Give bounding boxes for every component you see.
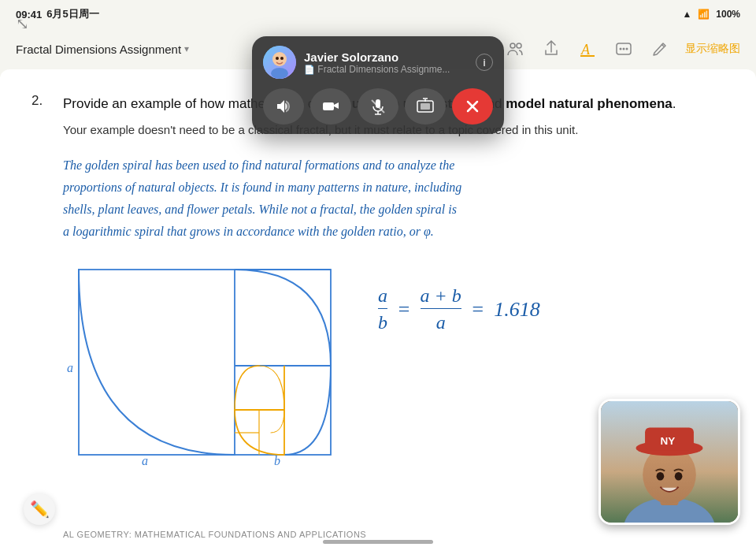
comment-icon[interactable] <box>613 38 635 60</box>
fraction-a-plus-b: a + b a <box>421 285 461 333</box>
svg-point-26 <box>657 472 665 481</box>
svg-point-1 <box>517 43 521 48</box>
status-date: 6月5日周一 <box>46 7 98 21</box>
wifi-icon: 📶 <box>698 9 710 20</box>
markup-icon[interactable]: A <box>576 38 598 60</box>
pencil-tool-button[interactable]: ✏️ <box>24 493 55 525</box>
svg-rect-8 <box>79 270 331 455</box>
screen-share-button[interactable] <box>405 88 446 125</box>
caller-info: Javier Solorzano 📄 Fractal Dimensions As… <box>304 50 468 75</box>
svg-point-27 <box>675 472 683 481</box>
edit-icon[interactable] <box>649 38 671 60</box>
fraction-a-b: a b <box>378 285 387 333</box>
caller-name: Javier Solorzano <box>304 50 468 64</box>
doc-title[interactable]: Fractal Dimensions Assignment ▾ <box>16 43 189 56</box>
golden-spiral-diagram: a a b <box>63 262 346 467</box>
contacts-icon[interactable] <box>504 38 526 60</box>
caller-doc: 📄 Fractal Dimensions Assignme... <box>304 64 468 75</box>
mute-button[interactable] <box>358 88 398 125</box>
svg-rect-39 <box>421 103 430 110</box>
svg-point-4 <box>620 48 622 50</box>
svg-point-31 <box>280 57 284 60</box>
self-cam-video[interactable]: NY <box>598 399 740 525</box>
svg-text:b: b <box>274 454 280 467</box>
signal-icon: ▲ <box>682 9 691 20</box>
handwritten-answer: The golden spiral has been used to find … <box>63 154 709 243</box>
svg-point-6 <box>626 48 628 50</box>
facetime-controls <box>263 88 493 125</box>
facetime-header: Javier Solorzano 📄 Fractal Dimensions As… <box>263 46 493 79</box>
battery-label: 100% <box>716 9 740 20</box>
camera-feed: NY <box>601 401 738 523</box>
svg-point-32 <box>271 68 288 79</box>
home-indicator <box>323 540 433 544</box>
caller-avatar <box>263 46 296 79</box>
svg-text:NY: NY <box>660 435 675 447</box>
end-call-button[interactable] <box>452 88 493 125</box>
toolbar-right: A 显示缩略图 <box>504 38 740 60</box>
svg-text:a: a <box>142 454 148 467</box>
chevron-down-icon: ▾ <box>184 43 189 54</box>
svg-point-5 <box>623 48 625 50</box>
svg-text:a: a <box>67 361 73 374</box>
svg-point-30 <box>276 57 279 60</box>
facetime-info-button[interactable]: i <box>476 54 493 71</box>
facetime-overlay: Javier Solorzano 📄 Fractal Dimensions As… <box>252 36 504 134</box>
math-formula: a b = a + b a = 1.618 <box>378 285 540 333</box>
share-icon[interactable] <box>540 38 562 60</box>
bottom-label: AL GEOMETRY: MATHEMATICAL FOUNDATIONS AN… <box>63 530 366 539</box>
show-zoom-button[interactable]: 显示缩略图 <box>685 42 740 56</box>
status-bar: 09:41 6月5日周一 ▲ 📶 100% <box>0 0 756 28</box>
speaker-button[interactable] <box>263 88 304 125</box>
svg-point-0 <box>510 43 515 48</box>
camera-button[interactable] <box>310 88 351 125</box>
question-number: 2. <box>32 93 43 109</box>
svg-rect-33 <box>323 102 334 110</box>
toolbar-left: Fractal Dimensions Assignment ▾ <box>16 43 189 56</box>
